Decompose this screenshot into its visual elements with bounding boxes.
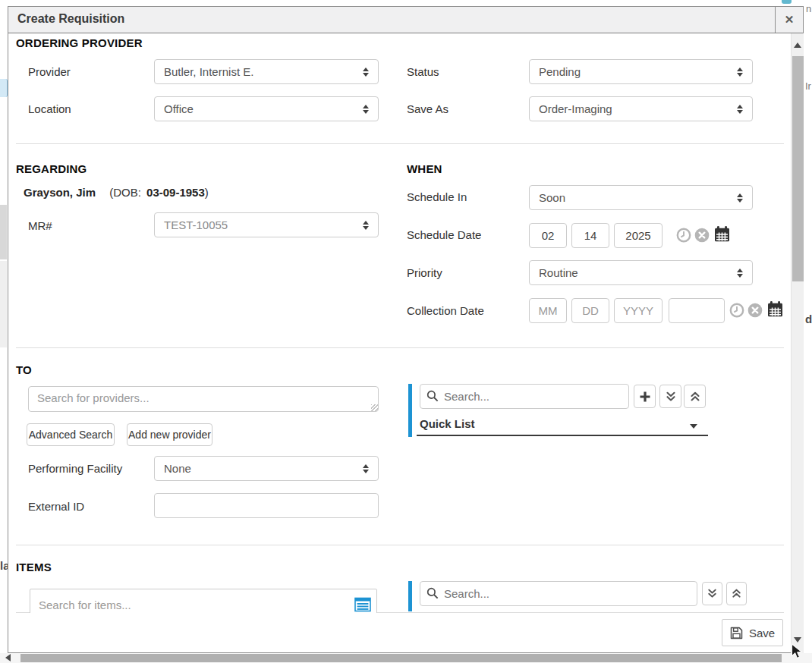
- save-label: Save: [749, 627, 775, 639]
- page-root: n Ir d la Create Requisition ✕ ORDERING …: [0, 0, 812, 663]
- select-updown-icon: [363, 68, 369, 77]
- provider-quicklist-search[interactable]: [420, 384, 629, 409]
- items-quicklist-search[interactable]: [420, 581, 697, 606]
- scroll-down-icon[interactable]: [794, 637, 801, 643]
- vertical-scrollbar-thumb[interactable]: [792, 56, 804, 281]
- mr-select[interactable]: TEST-10055: [154, 212, 379, 237]
- clock-icon[interactable]: [729, 303, 744, 318]
- status-select[interactable]: Pending: [529, 59, 753, 84]
- horizontal-scrollbar-thumb[interactable]: [20, 654, 782, 662]
- schedule-in-label: Schedule In: [407, 190, 467, 203]
- select-updown-icon: [737, 68, 743, 77]
- horizontal-scrollbar[interactable]: [0, 653, 812, 663]
- performing-facility-select-value: None: [155, 462, 191, 475]
- provider-quicklist-search-input[interactable]: [420, 384, 629, 409]
- save-button[interactable]: Save: [722, 619, 783, 646]
- patient-line: Grayson, Jim (DOB: 03-09-1953): [24, 186, 209, 199]
- collection-time-input[interactable]: [669, 298, 725, 323]
- modal-footer: [8, 613, 791, 652]
- collection-year-input[interactable]: [614, 298, 663, 323]
- quick-list-header[interactable]: Quick List: [420, 417, 475, 430]
- collection-date-label: Collection Date: [407, 304, 484, 317]
- advanced-search-button[interactable]: Advanced Search: [27, 423, 115, 446]
- collection-month-input[interactable]: [529, 298, 567, 323]
- save-as-select[interactable]: Order-Imaging: [529, 96, 753, 121]
- background-text-fragment: n: [806, 3, 812, 14]
- items-quicklist-search-input[interactable]: [420, 581, 697, 606]
- mr-select-value: TEST-10055: [155, 218, 228, 231]
- external-id-label: External ID: [28, 500, 84, 513]
- clock-icon[interactable]: [676, 228, 691, 243]
- double-chevron-up-icon: [731, 588, 742, 599]
- items-accent-bar: [408, 581, 412, 611]
- add-new-provider-label: Add new provider: [128, 429, 211, 441]
- vertical-scrollbar[interactable]: [791, 33, 804, 653]
- priority-label: Priority: [407, 266, 442, 279]
- clear-circle-icon[interactable]: [694, 228, 710, 243]
- select-updown-icon: [737, 269, 743, 278]
- background-teal-fragment: [782, 0, 792, 4]
- calendar-icon[interactable]: [713, 225, 731, 243]
- schedule-in-select[interactable]: Soon: [529, 185, 753, 210]
- collection-day-input[interactable]: [571, 298, 609, 323]
- items-grid-icon[interactable]: [354, 597, 371, 612]
- clear-circle-icon[interactable]: [747, 303, 763, 318]
- dob-suffix: ): [205, 186, 209, 199]
- caret-down-icon[interactable]: [690, 424, 697, 429]
- create-requisition-modal: Create Requisition ✕ ORDERING PROVIDER P…: [8, 6, 804, 653]
- double-chevron-down-icon: [707, 588, 718, 599]
- mouse-cursor-icon: [791, 643, 803, 660]
- close-icon: ✕: [785, 13, 795, 27]
- location-select-value: Office: [155, 102, 194, 115]
- expand-all-button[interactable]: [659, 385, 681, 408]
- scroll-left-icon[interactable]: [5, 654, 11, 661]
- section-divider: [16, 347, 784, 348]
- background-text-fragment: Ir: [805, 80, 812, 92]
- provider-search-textarea[interactable]: [28, 386, 379, 412]
- mr-label: MR#: [28, 219, 52, 232]
- dob-prefix: (DOB:: [109, 186, 141, 199]
- schedule-year-input[interactable]: [614, 223, 663, 248]
- priority-select[interactable]: Routine: [529, 260, 753, 285]
- items-expand-all-button[interactable]: [702, 582, 722, 605]
- performing-facility-label: Performing Facility: [28, 462, 122, 475]
- schedule-month-input[interactable]: [529, 223, 567, 248]
- select-updown-icon: [363, 464, 369, 473]
- schedule-in-select-value: Soon: [530, 191, 565, 204]
- performing-facility-select[interactable]: None: [154, 456, 379, 481]
- advanced-search-label: Advanced Search: [29, 429, 113, 441]
- plus-icon: [639, 391, 651, 403]
- priority-select-value: Routine: [530, 266, 578, 279]
- double-chevron-up-icon: [689, 391, 701, 403]
- ordering-provider-heading: ORDERING PROVIDER: [16, 36, 143, 49]
- items-heading: ITEMS: [16, 561, 52, 573]
- provider-label: Provider: [28, 65, 71, 78]
- background-text-fragment: d: [805, 313, 812, 325]
- items-collapse-all-button[interactable]: [726, 582, 747, 605]
- quick-list-underline: [417, 435, 708, 436]
- collapse-all-button[interactable]: [684, 385, 706, 408]
- background-button-fragment: [0, 79, 8, 97]
- modal-title: Create Requisition: [17, 12, 124, 26]
- select-updown-icon: [737, 193, 743, 203]
- calendar-icon[interactable]: [766, 300, 784, 318]
- provider-select-value: Butler, Internist E.: [155, 65, 253, 78]
- background-block-fragment: [0, 261, 7, 347]
- provider-select[interactable]: Butler, Internist E.: [154, 59, 379, 84]
- status-label: Status: [407, 65, 439, 78]
- close-button[interactable]: ✕: [775, 7, 803, 33]
- status-select-value: Pending: [530, 65, 581, 78]
- scroll-up-icon[interactable]: [794, 42, 801, 48]
- patient-name: Grayson, Jim: [24, 186, 96, 199]
- add-quicklist-button[interactable]: [634, 385, 656, 408]
- quicklist-accent-bar: [408, 384, 412, 437]
- regarding-heading: REGARDING: [16, 162, 87, 175]
- external-id-input[interactable]: [154, 493, 379, 518]
- schedule-day-input[interactable]: [571, 223, 609, 248]
- resize-grip-icon[interactable]: [371, 404, 378, 411]
- location-label: Location: [28, 102, 71, 115]
- add-new-provider-button[interactable]: Add new provider: [127, 423, 212, 446]
- select-updown-icon: [737, 105, 743, 114]
- save-as-select-value: Order-Imaging: [530, 102, 612, 115]
- location-select[interactable]: Office: [154, 96, 379, 121]
